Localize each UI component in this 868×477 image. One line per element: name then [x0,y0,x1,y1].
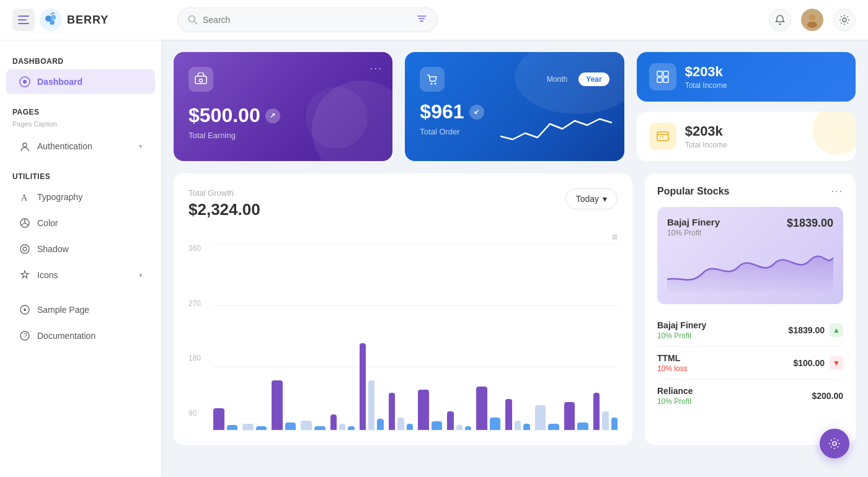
month-tab[interactable]: Month [539,72,575,86]
earning-trend-badge: ↗ [265,108,280,123]
bar-group [447,411,471,430]
chevron-down-icon: ▾ [603,194,607,204]
growth-title: Total Growth [188,188,260,198]
svg-point-7 [189,16,195,22]
sidebar-item-icons[interactable]: Icons ▾ [6,263,155,287]
total-order-card: Month Year $961 ↙ Total Order [405,52,624,161]
stock-list-right: $100.00 ▼ [793,356,843,370]
stock-profit: 10% loss [657,364,688,373]
main-content: ··· $500.00 ↗ Total Earning [161,40,868,477]
authentication-chevron: ▾ [139,142,143,151]
sidebar-item-color[interactable]: Color [6,211,155,235]
featured-stock-profit: 10% Profit [667,229,720,237]
search-filter-icon[interactable] [416,13,427,27]
icons-icon [19,269,31,281]
svg-point-28 [200,79,203,82]
bar-group [418,390,442,430]
logo-icon [40,9,62,31]
svg-rect-0 [18,15,29,17]
svg-rect-33 [657,77,662,82]
stock-list-right: $1839.00 ▲ [789,323,843,337]
bar [535,405,546,430]
header: BERRY [0,0,868,40]
bar [602,411,608,430]
income-bottom-label: Total Income [685,141,727,149]
sidebar-section-pages: Pages [0,103,161,119]
svg-point-14 [807,22,817,28]
income-bottom-info: $203k Total Income [685,123,727,149]
order-header: Month Year [420,67,609,92]
settings-icon[interactable] [833,9,856,31]
stocks-more-icon[interactable]: ··· [831,186,843,197]
bar [314,426,326,430]
stock-list-item: TTML 10% loss $100.00 ▼ [657,347,843,380]
sidebar-item-authentication[interactable]: Authentication ▾ [6,134,155,159]
stock-item-info: Reliance 10% Profit [657,386,693,406]
sidebar-item-dashboard[interactable]: Dashboard [6,69,155,94]
svg-line-8 [195,22,198,25]
search-input[interactable] [203,15,411,25]
trend-down-badge: ▼ [830,356,843,370]
menu-toggle[interactable] [12,9,35,31]
stock-list: Bajaj Finery 10% Profit $1839.00 ▲ TTML … [657,314,843,412]
y-axis-labels: 360 270 180 90 [188,244,207,418]
notification-bell[interactable] [769,9,791,31]
stock-price: $1839.00 [789,325,825,335]
earning-card-more[interactable]: ··· [370,62,383,75]
stock-name: Bajaj Finery [657,320,706,330]
fab-button[interactable] [820,429,849,458]
y-label-360: 360 [188,244,207,253]
svg-point-15 [843,18,846,22]
bar [213,408,224,430]
bar [272,380,283,430]
order-trend-badge: ↙ [469,105,484,120]
svg-rect-2 [18,23,29,24]
year-tab[interactable]: Year [578,72,609,86]
bar [490,418,501,430]
income-bottom-icon [649,123,676,150]
bar [407,424,413,430]
chart-bars [213,244,618,430]
sidebar-item-shadow[interactable]: Shadow [6,237,155,261]
sidebar-item-typography[interactable]: A Typography [6,185,155,209]
sidebar-section-dashboard: Dashboard [0,52,161,68]
sidebar-item-documentation[interactable]: ? Documentation [6,323,155,348]
bar [377,419,383,430]
svg-text:A: A [21,193,28,203]
stocks-title: Popular Stocks [657,186,729,197]
bar [432,421,443,430]
bar [339,424,345,430]
icons-chevron: ▾ [139,271,143,279]
search-icon [188,15,198,25]
bar [456,425,463,430]
chart-area: ≡ 360 270 180 90 [188,232,618,430]
bar [505,399,512,430]
chart-menu-icon[interactable]: ≡ [612,232,618,243]
stock-item-info: TTML 10% loss [657,353,688,373]
svg-point-13 [809,14,815,20]
featured-stock-header: Bajaj Finery 10% Profit $1839.00 [667,217,833,237]
today-button[interactable]: Today ▾ [565,188,618,209]
bar-group [564,402,588,430]
bar [360,343,366,430]
user-avatar[interactable] [801,9,823,31]
bar [476,387,487,430]
sidebar-item-sample-page[interactable]: Sample Page [6,297,155,322]
bar [368,380,374,430]
popular-stocks-card: Popular Stocks ··· Bajaj Finery 10% Prof… [645,173,856,445]
bar-group [389,393,413,430]
svg-rect-34 [663,77,668,82]
stock-list-item: Reliance 10% Profit $200.00 [657,380,843,412]
svg-text:?: ? [24,332,27,339]
bar [447,411,453,430]
bar [227,425,238,430]
stock-list-right: $200.00 [812,391,843,401]
total-income-bottom-card: $203k Total Income [637,112,856,161]
svg-rect-31 [657,71,662,76]
svg-point-22 [23,247,27,251]
sidebar-pages-caption: Pages Caption [0,119,161,133]
stock-profit: 10% Profit [657,397,693,406]
bar [593,393,600,430]
bar [577,422,588,430]
bar-group [476,387,500,430]
